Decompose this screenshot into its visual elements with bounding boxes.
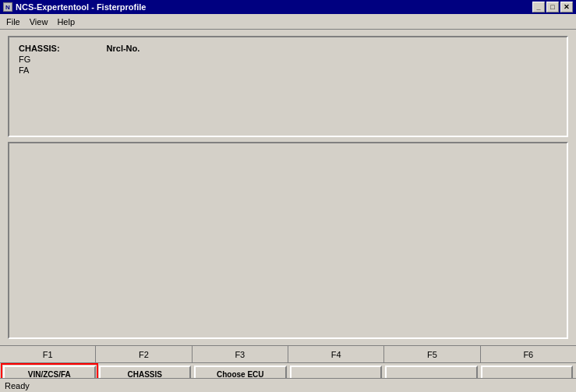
maximize-button[interactable]: □ [546,2,559,12]
title-bar-left: N NCS-Expertentool - Fisterprofile [3,2,146,12]
close-button[interactable]: ✕ [560,2,573,12]
info-grid: CHASSIS: FG FA Nrcl-No. [19,44,557,75]
fkey-labels-row: F1 F2 F3 F4 F5 F6 [0,345,576,362]
menu-help[interactable]: Help [52,16,80,28]
main-content: CHASSIS: FG FA Nrcl-No. [0,30,576,345]
status-text: Ready [5,381,30,390]
fkey-label-f1: F1 [0,346,96,362]
menu-view[interactable]: View [25,16,53,28]
menu-bar: File View Help [0,14,576,30]
title-bar-controls: _ □ ✕ [532,2,573,12]
chassis-value-fa: FA [19,65,60,75]
fkey-label-f2: F2 [96,346,192,362]
fkey-label-f4: F4 [288,346,384,362]
menu-file[interactable]: File [2,16,25,28]
log-panel [8,142,568,339]
bottom-area: F1 F2 F3 F4 F5 F6 VIN/ZCS/FA CHASSIS Cho… [0,345,576,392]
fkey-label-f6: F6 [481,346,576,362]
chassis-label: CHASSIS: [19,44,60,53]
fkey-label-f5: F5 [384,346,480,362]
nrcl-label: Nrcl-No. [107,44,140,53]
status-bar: Ready [0,378,576,392]
minimize-button[interactable]: _ [532,2,545,12]
window-title: NCS-Expertentool - Fisterprofile [16,2,146,12]
fkey-label-f3: F3 [193,346,288,362]
chassis-col: CHASSIS: FG FA [19,44,60,75]
app-icon: N [3,2,12,12]
chassis-value-fg: FG [19,55,60,64]
title-bar: N NCS-Expertentool - Fisterprofile _ □ ✕ [0,0,576,14]
info-panel: CHASSIS: FG FA Nrcl-No. [8,36,568,137]
nrcl-col: Nrcl-No. [107,44,140,75]
